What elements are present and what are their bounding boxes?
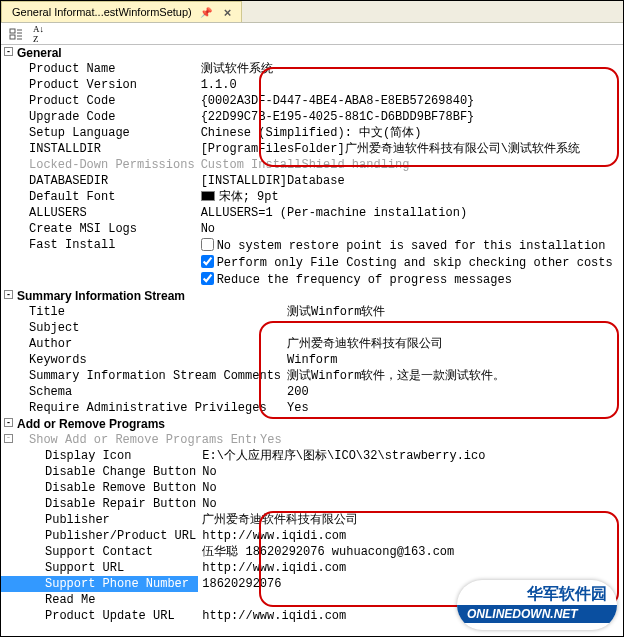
categorized-view-button[interactable] [5, 25, 27, 43]
property-value[interactable]: {22D99C7B-E195-4025-881C-D6BDD9BF78BF} [197, 109, 615, 125]
property-value[interactable]: 伍华聪 18620292076 wuhuacong@163.com [198, 544, 487, 560]
property-row[interactable]: Subject [1, 320, 507, 336]
property-value[interactable]: [INSTALLDIR]Database [197, 173, 615, 189]
property-value[interactable]: No [197, 221, 615, 237]
property-label: Publisher/Product URL [1, 529, 196, 543]
property-row[interactable]: Publisher/Product URLhttp://www.iqidi.co… [1, 528, 487, 544]
property-value[interactable]: http://www.iqidi.com [198, 608, 487, 624]
collapse-icon[interactable]: - [4, 418, 13, 427]
watermark-logo: 华军软件园 ONLINEDOWN.NET [457, 580, 617, 630]
property-value[interactable]: E:\个人应用程序\图标\ICO\32\strawberry.ico [198, 448, 487, 464]
property-row[interactable]: Summary Information Stream Comments测试Win… [1, 368, 507, 384]
property-row[interactable]: INSTALLDIR[ProgramFilesFolder]广州爱奇迪软件科技有… [1, 141, 615, 157]
property-label: Summary Information Stream Comments [1, 369, 281, 383]
property-label: Author [1, 337, 72, 351]
property-row[interactable]: Disable Change ButtonNo [1, 464, 487, 480]
property-label: DATABASEDIR [1, 174, 108, 188]
property-value[interactable]: No [198, 480, 487, 496]
property-label: Product Update URL [1, 609, 175, 623]
property-row[interactable]: Perform only File Costing and skip check… [1, 254, 615, 271]
property-row[interactable]: Product Version1.1.0 [1, 77, 615, 93]
property-row[interactable]: Create MSI LogsNo [1, 221, 615, 237]
collapse-icon[interactable]: - [4, 47, 13, 56]
property-row[interactable]: ALLUSERSALLUSERS=1 (Per-machine installa… [1, 205, 615, 221]
property-label: Fast Install [1, 238, 115, 252]
property-row[interactable]: Publisher广州爱奇迪软件科技有限公司 [1, 512, 487, 528]
property-value[interactable]: No [198, 464, 487, 480]
property-value[interactable]: 200 [283, 384, 507, 400]
checkbox[interactable] [201, 255, 214, 268]
property-row[interactable]: Require Administrative PrivilegesYes [1, 400, 507, 416]
checkbox[interactable] [201, 238, 214, 251]
property-label: Read Me [1, 593, 95, 607]
property-value[interactable]: http://www.iqidi.com [198, 560, 487, 576]
property-value[interactable]: {0002A3DF-D447-4BE4-ABA8-E8EB57269840} [197, 93, 615, 109]
property-row[interactable]: Product Code{0002A3DF-D447-4BE4-ABA8-E8E… [1, 93, 615, 109]
property-row[interactable]: Display IconE:\个人应用程序\图标\ICO\32\strawber… [1, 448, 487, 464]
property-row[interactable]: Setup LanguageChinese (Simplified): 中文(简… [1, 125, 615, 141]
collapse-icon[interactable]: - [4, 290, 13, 299]
property-value[interactable]: Winform [283, 352, 507, 368]
property-row[interactable]: Locked-Down PermissionsCustom InstallShi… [1, 157, 615, 173]
property-value[interactable]: Chinese (Simplified): 中文(简体) [197, 125, 615, 141]
property-value[interactable]: http://www.iqidi.com [198, 528, 487, 544]
property-row[interactable]: Read Me [1, 592, 487, 608]
property-value[interactable]: 测试Winform软件 [283, 304, 507, 320]
property-row[interactable]: Schema200 [1, 384, 507, 400]
property-value[interactable]: 测试Winform软件，这是一款测试软件。 [283, 368, 507, 384]
property-row[interactable]: Disable Remove ButtonNo [1, 480, 487, 496]
property-label: Publisher [1, 513, 110, 527]
watermark-url: ONLINEDOWN.NET [457, 605, 617, 623]
property-value[interactable] [283, 320, 507, 336]
close-icon[interactable]: × [220, 5, 236, 20]
property-value[interactable]: Perform only File Costing and skip check… [197, 254, 615, 271]
property-row[interactable]: Support Phone Number18620292076 [1, 576, 487, 592]
property-row[interactable]: Disable Repair ButtonNo [1, 496, 487, 512]
sort-az-button[interactable]: A↓Z [29, 22, 48, 46]
property-value[interactable]: No system restore point is saved for thi… [197, 237, 615, 254]
property-value[interactable]: 18620292076 [198, 576, 487, 592]
property-label: Title [1, 305, 65, 319]
property-value[interactable]: 宋体; 9pt [197, 189, 615, 205]
property-row[interactable]: Title测试Winform软件 [1, 304, 507, 320]
property-row[interactable]: Support Contact伍华聪 18620292076 wuhuacong… [1, 544, 487, 560]
property-row[interactable]: Upgrade Code{22D99C7B-E195-4025-881C-D6B… [1, 109, 615, 125]
section-summary[interactable]: -Summary Information Stream [1, 288, 623, 304]
property-value[interactable]: Yes [283, 400, 507, 416]
property-value[interactable]: 广州爱奇迪软件科技有限公司 [198, 512, 487, 528]
property-label: Keywords [1, 353, 87, 367]
tab-title: General Informat...estWinformSetup) [12, 6, 192, 18]
property-value[interactable]: Custom InstallShield handling [197, 157, 615, 173]
active-tab[interactable]: General Informat...estWinformSetup) 📌 × [1, 1, 242, 22]
checkbox[interactable] [201, 272, 214, 285]
property-row[interactable]: Product Update URLhttp://www.iqidi.com [1, 608, 487, 624]
property-value[interactable]: 1.1.0 [197, 77, 615, 93]
collapse-icon[interactable]: - [4, 434, 13, 443]
property-value[interactable]: 测试软件系统 [197, 61, 615, 77]
property-label: Disable Change Button [1, 465, 196, 479]
section-arp[interactable]: -Add or Remove Programs [1, 416, 623, 432]
property-value[interactable]: No [198, 496, 487, 512]
property-label: Product Code [1, 94, 115, 108]
property-row[interactable]: Author广州爱奇迪软件科技有限公司 [1, 336, 507, 352]
property-row[interactable]: Keywords Winform [1, 352, 507, 368]
property-value[interactable]: 广州爱奇迪软件科技有限公司 [283, 336, 507, 352]
arp-show-entry[interactable]: -Show Add or Remove Programs Entry Yes [1, 432, 623, 448]
pin-icon[interactable]: 📌 [200, 7, 212, 18]
property-row[interactable]: Support URLhttp://www.iqidi.com [1, 560, 487, 576]
property-label: Product Name [1, 62, 115, 76]
property-row[interactable]: Product Name测试软件系统 [1, 61, 615, 77]
property-value[interactable]: [ProgramFilesFolder]广州爱奇迪软件科技有限公司\测试软件系统 [197, 141, 615, 157]
property-value[interactable]: Reduce the frequency of progress message… [197, 271, 615, 288]
property-value[interactable] [198, 592, 487, 608]
section-general[interactable]: -General [1, 45, 623, 61]
property-row[interactable]: Reduce the frequency of progress message… [1, 271, 615, 288]
property-row[interactable]: DATABASEDIR[INSTALLDIR]Database [1, 173, 615, 189]
property-row[interactable]: Default Font宋体; 9pt [1, 189, 615, 205]
property-value[interactable]: ALLUSERS=1 (Per-machine installation) [197, 205, 615, 221]
property-label: Product Version [1, 78, 137, 92]
property-row[interactable]: Fast InstallNo system restore point is s… [1, 237, 615, 254]
property-label: Create MSI Logs [1, 222, 137, 236]
property-label: Display Icon [1, 449, 131, 463]
property-label: Support Contact [1, 545, 153, 559]
